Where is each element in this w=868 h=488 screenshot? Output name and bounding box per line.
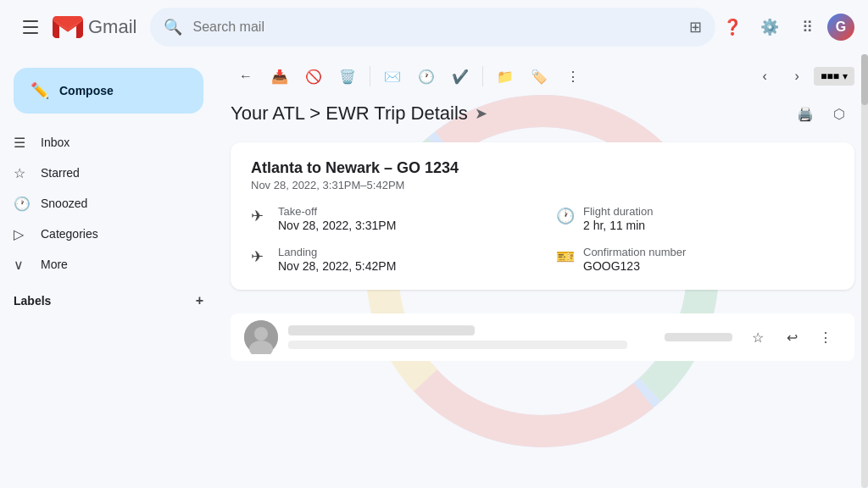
snoozed-icon: 🕐 bbox=[14, 196, 31, 212]
confirmation-info: 🎫 Confirmation number GOOG123 bbox=[556, 246, 834, 273]
mark-unread-button[interactable]: ✉️ bbox=[377, 61, 408, 92]
sidebar-item-starred[interactable]: ☆ Starred bbox=[0, 158, 203, 188]
more-icon: ∨ bbox=[14, 257, 31, 273]
email-sender-skeleton bbox=[288, 325, 475, 336]
more-actions-button[interactable]: ⋮ bbox=[558, 61, 588, 92]
search-bar: 🔍 ⊞ bbox=[150, 8, 715, 47]
svg-point-5 bbox=[254, 327, 268, 341]
account-avatar[interactable]: G bbox=[827, 14, 854, 41]
prev-email-button[interactable]: ‹ bbox=[749, 61, 780, 92]
sidebar-item-more[interactable]: ∨ More bbox=[0, 249, 203, 280]
landing-label: Landing bbox=[278, 246, 396, 258]
takeoff-icon: ✈ bbox=[251, 207, 270, 225]
help-button[interactable]: ❓ bbox=[715, 10, 749, 44]
email-actions-right: 🖨️ ⬡ bbox=[790, 98, 854, 129]
email-body-skeleton bbox=[288, 341, 627, 349]
next-email-button[interactable]: › bbox=[782, 61, 812, 92]
sidebar-item-label: Starred bbox=[41, 166, 80, 180]
categories-icon: ▷ bbox=[14, 226, 31, 242]
email-item-actions: ☆ ↩ ⋮ bbox=[743, 322, 841, 352]
takeoff-info: ✈ Take-off Nov 28, 2022, 3:31PM bbox=[251, 205, 529, 232]
flight-card: Atlanta to Newark – GO 1234 Nov 28, 2022… bbox=[231, 142, 854, 290]
toolbar-divider-1 bbox=[370, 66, 370, 86]
sidebar-item-label: Inbox bbox=[41, 136, 70, 149]
email-preview bbox=[288, 325, 654, 349]
sidebar-item-categories[interactable]: ▷ Categories bbox=[0, 219, 203, 249]
top-nav: Gmail 🔍 ⊞ ❓ ⚙️ ⠿ G bbox=[0, 0, 868, 54]
nav-right: ❓ ⚙️ ⠿ G bbox=[715, 10, 854, 44]
sidebar-item-label: More bbox=[41, 258, 68, 271]
snooze-button[interactable]: 🕐 bbox=[411, 61, 442, 92]
confirmation-value: GOOG123 bbox=[583, 259, 686, 273]
takeoff-label: Take-off bbox=[278, 205, 396, 218]
archive-button[interactable]: 📥 bbox=[264, 61, 295, 92]
confirmation-label: Confirmation number bbox=[583, 246, 686, 258]
report-spam-button[interactable]: 🚫 bbox=[298, 61, 329, 92]
email-subject-row: Your ATL > EWR Trip Details ➤ 🖨️ ⬡ bbox=[231, 98, 854, 129]
search-tune-icon[interactable]: ⊞ bbox=[689, 18, 702, 36]
gmail-logo-text: Gmail bbox=[88, 16, 136, 38]
sidebar-item-label: Snoozed bbox=[41, 197, 87, 210]
avatar bbox=[244, 320, 278, 354]
sidebar-item-label: Categories bbox=[41, 227, 98, 241]
labels-section: Labels + bbox=[0, 286, 217, 312]
email-pager: ■■■ ▾ bbox=[814, 67, 854, 86]
menu-button[interactable] bbox=[14, 10, 47, 44]
sidebar-item-inbox[interactable]: ☰ Inbox bbox=[0, 127, 203, 158]
main-layout: ✏️ Compose ☰ Inbox ☆ Starred 🕐 Snoozed ▷… bbox=[0, 54, 868, 488]
toolbar-divider-2 bbox=[482, 66, 483, 86]
email-toolbar: ← 📥 🚫 🗑️ ✉️ 🕐 ✔️ 📁 🏷️ ⋮ ‹ › ■■■ ▾ bbox=[217, 54, 868, 98]
landing-value: Nov 28, 2022, 5:42PM bbox=[278, 259, 396, 273]
starred-icon: ☆ bbox=[14, 165, 31, 181]
duration-icon: 🕐 bbox=[556, 207, 575, 225]
gmail-logo: Gmail bbox=[51, 15, 136, 39]
compose-pencil-icon: ✏️ bbox=[31, 81, 49, 100]
content-area: ← 📥 🚫 🗑️ ✉️ 🕐 ✔️ 📁 🏷️ ⋮ ‹ › ■■■ ▾ bbox=[217, 54, 868, 488]
takeoff-value: Nov 28, 2022, 3:31PM bbox=[278, 219, 396, 232]
pager-dropdown-icon[interactable]: ▾ bbox=[843, 70, 848, 82]
label-button[interactable]: 🏷️ bbox=[524, 61, 554, 92]
confirmation-icon: 🎫 bbox=[556, 247, 575, 266]
reply-email-button[interactable]: ↩ bbox=[776, 322, 807, 352]
email-date-skeleton bbox=[665, 333, 732, 341]
landing-info: ✈ Landing Nov 28, 2022, 5:42PM bbox=[251, 246, 529, 273]
toolbar-right: ‹ › ■■■ ▾ bbox=[749, 61, 854, 92]
compose-button[interactable]: ✏️ Compose bbox=[14, 68, 203, 114]
labels-heading: Labels bbox=[14, 294, 51, 308]
flight-title: Atlanta to Newark – GO 1234 bbox=[251, 159, 834, 177]
settings-button[interactable]: ⚙️ bbox=[753, 10, 787, 44]
compose-label: Compose bbox=[59, 84, 114, 97]
print-button[interactable]: 🖨️ bbox=[790, 98, 821, 129]
pager-text: ■■■ bbox=[821, 70, 839, 82]
landing-icon: ✈ bbox=[251, 247, 270, 266]
email-more-button[interactable]: ⋮ bbox=[810, 322, 841, 352]
search-icon: 🔍 bbox=[164, 18, 182, 36]
forward-icon: ➤ bbox=[475, 104, 487, 123]
back-button[interactable]: ← bbox=[231, 61, 261, 92]
email-meta bbox=[665, 333, 732, 341]
duration-label: Flight duration bbox=[583, 205, 653, 218]
flight-info-grid: ✈ Take-off Nov 28, 2022, 3:31PM 🕐 Flight… bbox=[251, 205, 834, 273]
labels-row: Labels + bbox=[0, 286, 217, 312]
add-task-button[interactable]: ✔️ bbox=[445, 61, 476, 92]
move-button[interactable]: 📁 bbox=[490, 61, 520, 92]
add-label-button[interactable]: + bbox=[196, 293, 203, 308]
sidebar: ✏️ Compose ☰ Inbox ☆ Starred 🕐 Snoozed ▷… bbox=[0, 54, 217, 488]
inbox-icon: ☰ bbox=[14, 135, 31, 151]
sidebar-item-snoozed[interactable]: 🕐 Snoozed bbox=[0, 188, 203, 219]
duration-value: 2 hr, 11 min bbox=[583, 219, 653, 232]
delete-button[interactable]: 🗑️ bbox=[332, 61, 363, 92]
star-email-button[interactable]: ☆ bbox=[743, 322, 773, 352]
apps-button[interactable]: ⠿ bbox=[790, 10, 824, 44]
email-list-item[interactable]: ☆ ↩ ⋮ bbox=[231, 313, 854, 361]
subject-text: Your ATL > EWR Trip Details bbox=[231, 103, 468, 125]
duration-info: 🕐 Flight duration 2 hr, 11 min bbox=[556, 205, 834, 232]
flight-date-range: Nov 28, 2022, 3:31PM–5:42PM bbox=[251, 179, 834, 191]
search-input[interactable] bbox=[192, 19, 679, 35]
email-subject: Your ATL > EWR Trip Details ➤ bbox=[231, 103, 487, 125]
email-view: Your ATL > EWR Trip Details ➤ 🖨️ ⬡ Atlan… bbox=[217, 98, 868, 303]
open-new-tab-button[interactable]: ⬡ bbox=[824, 98, 854, 129]
